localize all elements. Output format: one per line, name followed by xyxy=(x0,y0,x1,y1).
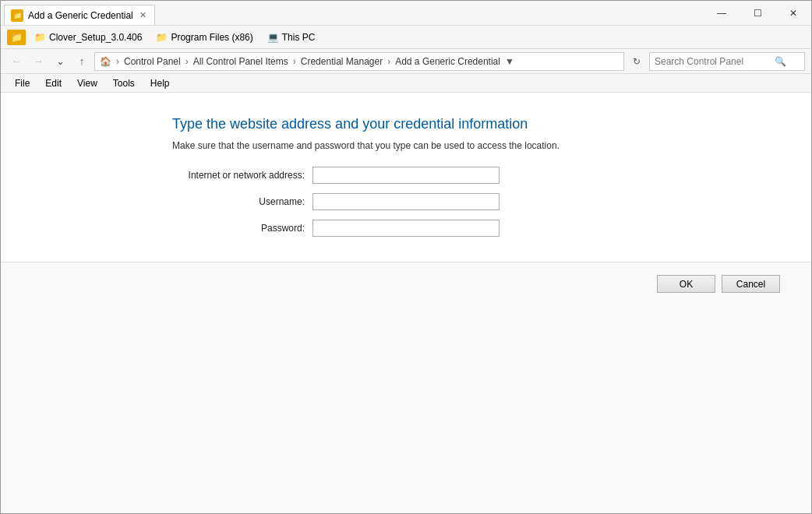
this-pc-icon: 💻 xyxy=(267,32,279,43)
main-window: 📁 Add a Generic Credential ✕ — ☐ ✕ 📁 📁 C… xyxy=(0,0,812,514)
window-controls: — ☐ ✕ xyxy=(704,1,811,25)
this-pc-label: This PC xyxy=(282,32,316,43)
home-icon: 🏠 xyxy=(100,56,111,67)
up-button[interactable]: ↑ xyxy=(72,52,91,71)
breadcrumb-add-credential[interactable]: Add a Generic Credential xyxy=(395,56,500,67)
search-box[interactable]: 🔍 xyxy=(649,52,805,71)
title-bar: 📁 Add a Generic Credential ✕ — ☐ ✕ xyxy=(1,1,811,26)
menu-tools[interactable]: Tools xyxy=(105,76,143,90)
program-files-icon: 📁 xyxy=(156,32,168,43)
address-input[interactable] xyxy=(312,167,500,184)
clover-label: Clover_Setup_3.0.406 xyxy=(49,32,142,43)
address-row: Internet or network address: xyxy=(172,167,780,184)
password-label: Password: xyxy=(172,223,312,234)
forward-button[interactable]: → xyxy=(29,52,48,71)
active-tab[interactable]: 📁 Add a Generic Credential ✕ xyxy=(4,5,155,25)
search-input[interactable] xyxy=(655,56,771,67)
quick-this-pc[interactable]: 💻 This PC xyxy=(262,30,321,45)
menu-bar: File Edit View Tools Help xyxy=(1,74,811,93)
quick-clover[interactable]: 📁 Clover_Setup_3.0.406 xyxy=(29,30,147,45)
tab-icon: 📁 xyxy=(11,9,23,22)
password-input[interactable] xyxy=(312,220,500,237)
folder-icon: 📁 xyxy=(7,30,26,45)
breadcrumb-sep-2: › xyxy=(293,56,296,67)
panel-title: Type the website address and your creden… xyxy=(172,116,780,132)
quick-program-files[interactable]: 📁 Program Files (x86) xyxy=(150,30,258,45)
address-box[interactable]: 🏠 › Control Panel › All Control Panel It… xyxy=(94,52,624,71)
breadcrumb-all-items[interactable]: All Control Panel Items xyxy=(193,56,288,67)
menu-file[interactable]: File xyxy=(7,76,37,90)
top-panel: Type the website address and your creden… xyxy=(1,93,811,262)
address-label: Internet or network address: xyxy=(172,170,312,181)
ok-button[interactable]: OK xyxy=(657,275,715,293)
menu-edit[interactable]: Edit xyxy=(37,76,69,90)
content-area: Type the website address and your creden… xyxy=(1,93,811,513)
button-row: OK Cancel xyxy=(657,275,780,293)
cancel-button[interactable]: Cancel xyxy=(722,275,780,293)
panel-description: Make sure that the username and password… xyxy=(172,140,780,151)
breadcrumb-credential-manager[interactable]: Credential Manager xyxy=(301,56,383,67)
quick-access-bar: 📁 📁 Clover_Setup_3.0.406 📁 Program Files… xyxy=(1,26,811,49)
search-icon[interactable]: 🔍 xyxy=(775,56,786,67)
tab-label: Add a Generic Credential xyxy=(28,10,133,21)
back-button[interactable]: ← xyxy=(7,52,26,71)
maximize-button[interactable]: ☐ xyxy=(740,1,775,26)
menu-view[interactable]: View xyxy=(69,76,105,90)
breadcrumb-sep-1: › xyxy=(185,56,189,67)
username-label: Username: xyxy=(172,196,312,207)
username-row: Username: xyxy=(172,193,780,210)
username-input[interactable] xyxy=(312,193,500,210)
clover-icon: 📁 xyxy=(34,32,46,43)
tab-close-button[interactable]: ✕ xyxy=(138,9,148,21)
menu-help[interactable]: Help xyxy=(143,76,178,90)
password-row: Password: xyxy=(172,220,780,237)
tab-strip: 📁 Add a Generic Credential ✕ xyxy=(1,1,704,25)
address-dropdown-button[interactable]: ▼ xyxy=(503,56,516,67)
refresh-button[interactable]: ↻ xyxy=(627,52,646,71)
breadcrumb-sep-3: › xyxy=(387,56,390,67)
address-bar: ← → ⌄ ↑ 🏠 › Control Panel › All Control … xyxy=(1,49,811,74)
minimize-button[interactable]: — xyxy=(704,1,740,26)
program-files-label: Program Files (x86) xyxy=(171,32,252,43)
close-button[interactable]: ✕ xyxy=(775,1,811,26)
bottom-panel: OK Cancel xyxy=(1,262,811,513)
breadcrumb-control-panel[interactable]: Control Panel xyxy=(124,56,181,67)
dropdown-button[interactable]: ⌄ xyxy=(51,52,69,71)
